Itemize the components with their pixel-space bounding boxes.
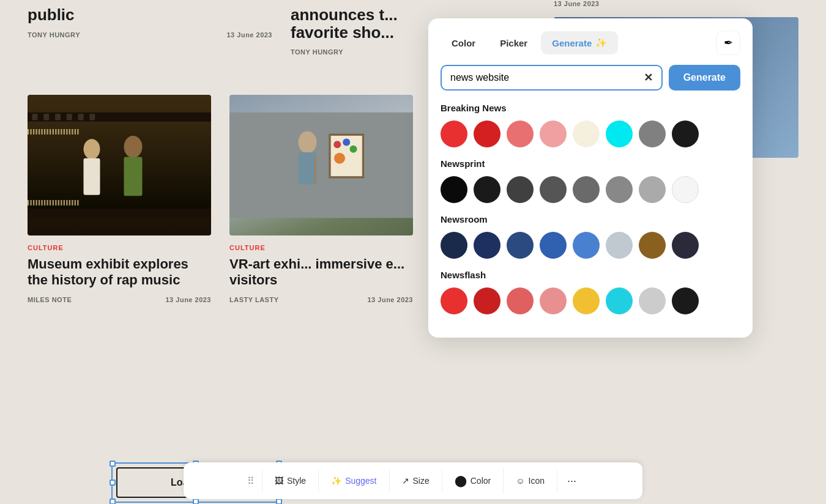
style-label: Style <box>287 476 306 486</box>
svg-rect-4 <box>43 114 49 120</box>
newsroom-title: Newsroom <box>441 214 740 224</box>
art-card-date: 13 June 2023 <box>368 296 414 303</box>
card-3-date: 13 June 2023 <box>554 0 600 7</box>
color-dot[interactable] <box>672 232 699 259</box>
art-card: CULTURE VR-art exhi... immersive e... vi… <box>220 95 422 313</box>
handle-bc[interactable] <box>193 498 199 504</box>
generate-tab[interactable]: Generate ✨ <box>541 31 618 54</box>
color-dot[interactable] <box>606 120 633 147</box>
rap-card-image: ▌▌▌▌▌▌▌▌▌▌▌▌▌▌▌▌▌▌▌ ▌▌▌▌▌▌▌▌▌▌▌▌▌▌▌▌▌▌▌ <box>28 95 211 235</box>
color-dot[interactable] <box>639 232 666 259</box>
color-dot[interactable] <box>606 232 633 259</box>
color-dot[interactable] <box>540 287 567 314</box>
color-tool[interactable]: ⬤ Color <box>442 468 504 494</box>
eyedropper-icon: ✒ <box>724 36 733 50</box>
art-card-category: CULTURE <box>229 244 413 251</box>
icon-tool[interactable]: ☺ Icon <box>504 470 557 492</box>
color-tab[interactable]: Color <box>441 32 486 54</box>
style-icon: 🖼 <box>275 476 283 486</box>
color-dot[interactable] <box>639 287 666 314</box>
rap-card: ▌▌▌▌▌▌▌▌▌▌▌▌▌▌▌▌▌▌▌ ▌▌▌▌▌▌▌▌▌▌▌▌▌▌▌▌▌▌▌ … <box>18 95 220 313</box>
color-icon: ⬤ <box>455 474 467 487</box>
art-card-author: LASTY LASTY <box>229 296 278 303</box>
handle-br[interactable] <box>276 498 282 504</box>
style-tool[interactable]: 🖼 Style <box>262 470 319 492</box>
generate-tab-label: Generate <box>552 38 592 48</box>
suggest-tool[interactable]: ✨ Suggest <box>319 470 389 492</box>
search-input-wrap: ✕ <box>441 65 663 91</box>
rap-card-author: MILES NOTE <box>28 296 72 303</box>
art-card-meta: LASTY LASTY 13 June 2023 <box>229 296 413 313</box>
color-dot[interactable] <box>606 287 633 314</box>
eyedropper-button[interactable]: ✒ <box>716 31 740 55</box>
newsflash-colors <box>441 287 740 314</box>
color-dot[interactable] <box>474 176 500 203</box>
drag-handle[interactable]: ⠿ <box>240 469 262 493</box>
color-dot[interactable] <box>507 232 534 259</box>
color-search-input[interactable] <box>450 72 644 83</box>
generate-button[interactable]: Generate <box>669 65 740 91</box>
handle-tl[interactable] <box>110 461 116 467</box>
sparkle-icon: ✨ <box>595 37 607 48</box>
color-dot[interactable] <box>639 120 666 147</box>
svg-rect-10 <box>84 158 100 195</box>
svg-rect-6 <box>67 114 72 120</box>
color-dot[interactable] <box>474 287 500 314</box>
color-dot[interactable] <box>441 120 467 147</box>
size-tool[interactable]: ↗ Size <box>390 470 442 492</box>
svg-rect-15 <box>229 113 413 218</box>
svg-point-16 <box>299 132 317 154</box>
color-dot[interactable] <box>573 287 600 314</box>
color-dot[interactable] <box>540 232 567 259</box>
icon-icon: ☺ <box>516 476 524 486</box>
color-dot[interactable] <box>573 232 600 259</box>
svg-point-21 <box>333 141 341 148</box>
svg-rect-17 <box>299 152 317 185</box>
second-row-left: ▌▌▌▌▌▌▌▌▌▌▌▌▌▌▌▌▌▌▌ ▌▌▌▌▌▌▌▌▌▌▌▌▌▌▌▌▌▌▌ … <box>18 95 422 313</box>
color-dot[interactable] <box>573 176 600 203</box>
color-dot[interactable] <box>540 176 567 203</box>
color-dot[interactable] <box>507 120 534 147</box>
color-sections: Breaking News Newsprint <box>441 103 740 325</box>
color-picker-popup: Color Picker Generate ✨ ✒ ✕ Generate Bre… <box>428 18 753 338</box>
color-dot[interactable] <box>672 120 699 147</box>
more-icon: ··· <box>567 475 576 487</box>
svg-text:▌▌▌▌▌▌▌▌▌▌▌▌▌▌▌▌▌▌▌: ▌▌▌▌▌▌▌▌▌▌▌▌▌▌▌▌▌▌▌ <box>28 128 80 135</box>
clear-button[interactable]: ✕ <box>644 72 653 83</box>
color-dot[interactable] <box>474 120 500 147</box>
svg-point-9 <box>84 139 100 159</box>
breaking-news-colors <box>441 120 740 147</box>
newsprint-title: Newsprint <box>441 158 740 169</box>
rap-card-meta: MILES NOTE 13 June 2023 <box>28 296 211 313</box>
color-dot[interactable] <box>441 176 467 203</box>
breaking-news-title: Breaking News <box>441 103 740 113</box>
newsflash-section: Newsflash <box>441 270 740 314</box>
color-dot[interactable] <box>639 176 666 203</box>
handle-bl[interactable] <box>110 498 116 504</box>
art-card-image <box>229 95 413 235</box>
color-dot[interactable] <box>672 176 699 203</box>
color-dot[interactable] <box>507 176 534 203</box>
size-icon: ↗ <box>402 476 409 486</box>
svg-rect-3 <box>32 114 38 120</box>
color-dot[interactable] <box>474 232 500 259</box>
svg-rect-2 <box>28 209 211 218</box>
svg-rect-5 <box>55 114 61 120</box>
svg-point-11 <box>124 136 143 158</box>
handle-ml[interactable] <box>110 480 116 486</box>
color-dot[interactable] <box>507 287 534 314</box>
color-dot[interactable] <box>540 120 567 147</box>
more-button[interactable]: ··· <box>557 469 586 494</box>
color-dot[interactable] <box>441 287 467 314</box>
svg-rect-12 <box>124 157 143 196</box>
color-dot[interactable] <box>573 120 600 147</box>
picker-tab[interactable]: Picker <box>489 32 538 54</box>
card-2-author: TONY HUNGRY <box>291 48 343 56</box>
svg-rect-7 <box>78 114 84 120</box>
svg-point-22 <box>343 139 350 146</box>
color-dot[interactable] <box>606 176 633 203</box>
color-dot[interactable] <box>672 287 699 314</box>
newsflash-title: Newsflash <box>441 270 740 280</box>
color-dot[interactable] <box>441 232 467 259</box>
suggest-label: Suggest <box>345 476 376 486</box>
